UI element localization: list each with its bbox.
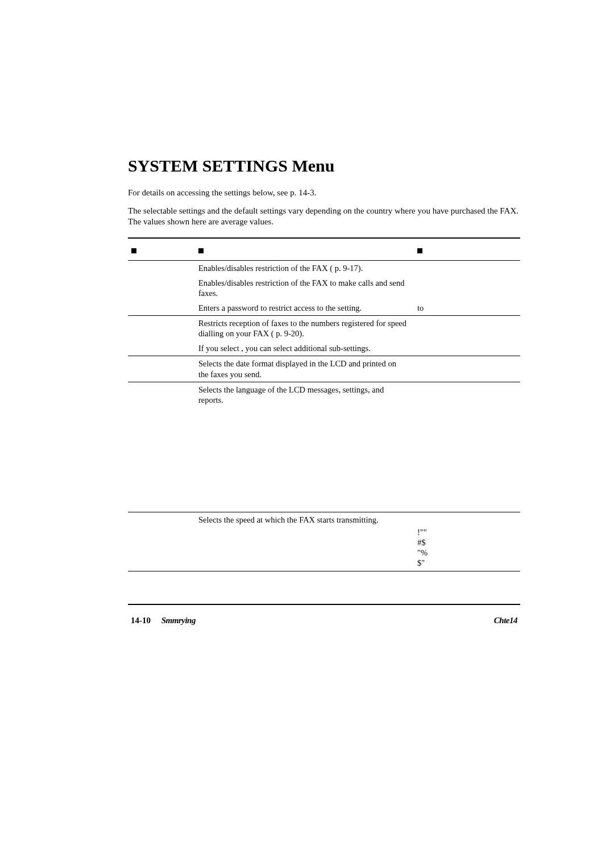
page-title: SYSTEM SETTINGS Menu bbox=[128, 156, 520, 176]
table-row: Selects the date format displayed in the… bbox=[128, 356, 520, 381]
description-cell: Enables/disables restriction of the FAX … bbox=[196, 278, 415, 298]
table-section: Enables/disables restriction of the FAX … bbox=[128, 261, 520, 316]
setting-cell: to bbox=[415, 303, 520, 313]
square-icon bbox=[131, 248, 136, 253]
table-row: Selects the language of the LCD messages… bbox=[128, 382, 520, 407]
footer-left-text: Smmrying bbox=[161, 616, 196, 625]
table-section: Selects the speed at which the FAX start… bbox=[128, 512, 520, 571]
table-section: Selects the language of the LCD messages… bbox=[128, 382, 520, 407]
table-row: Enters a password to restrict access to … bbox=[128, 301, 520, 315]
description-cell: If you select , you can select additiona… bbox=[196, 343, 415, 353]
setting-cell: $" bbox=[415, 558, 520, 568]
intro-paragraph-2: The selectable settings and the default … bbox=[128, 206, 520, 227]
table-section: Restricts reception of faxes to the numb… bbox=[128, 316, 520, 356]
description-cell: Selects the speed at which the FAX start… bbox=[196, 515, 415, 525]
table-top-rule bbox=[128, 237, 520, 239]
page-footer: 14-10 Smmrying Chte14 bbox=[131, 616, 517, 625]
table-row: $" bbox=[128, 558, 520, 570]
table-row: Enables/disables restriction of the FAX … bbox=[128, 261, 520, 276]
square-icon bbox=[198, 248, 204, 253]
footer-right: Chte14 bbox=[494, 616, 517, 625]
page-content: SYSTEM SETTINGS Menu For details on acce… bbox=[128, 156, 520, 571]
square-icon bbox=[417, 248, 422, 253]
footer-rule bbox=[128, 604, 520, 605]
table-row: Enables/disables restriction of the FAX … bbox=[128, 276, 520, 301]
setting-cell: #$ bbox=[415, 537, 520, 548]
description-cell: Selects the language of the LCD messages… bbox=[196, 385, 415, 405]
table-row: If you select , you can select additiona… bbox=[128, 341, 520, 356]
description-cell: Selects the date format displayed in the… bbox=[196, 358, 415, 379]
table-header-row bbox=[128, 243, 520, 261]
description-cell: Enters a password to restrict access to … bbox=[196, 303, 415, 313]
table-section: Selects the date format displayed in the… bbox=[128, 356, 520, 382]
table-row: Selects the speed at which the FAX start… bbox=[128, 512, 520, 527]
setting-cell: !"" bbox=[415, 527, 520, 537]
setting-cell: "% bbox=[415, 548, 520, 558]
footer-left: 14-10 Smmrying bbox=[131, 616, 196, 625]
intro-paragraph-1: For details on accessing the settings be… bbox=[128, 188, 520, 198]
table-gap bbox=[128, 407, 520, 512]
description-cell: Enables/disables restriction of the FAX … bbox=[196, 263, 415, 273]
table-row: #$ bbox=[128, 537, 520, 548]
table-row: "% bbox=[128, 548, 520, 558]
description-cell: Restricts reception of faxes to the numb… bbox=[196, 318, 415, 339]
table-row: Restricts reception of faxes to the numb… bbox=[128, 316, 520, 341]
table-row: !"" bbox=[128, 527, 520, 537]
page-number: 14-10 bbox=[131, 616, 151, 625]
settings-table: Enables/disables restriction of the FAX … bbox=[128, 237, 520, 571]
